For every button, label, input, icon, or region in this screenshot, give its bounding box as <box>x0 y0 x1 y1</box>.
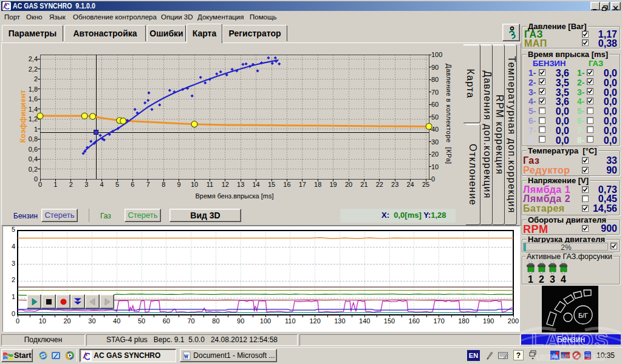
svg-text:110: 110 <box>285 317 296 325</box>
svg-text:15: 15 <box>268 181 275 188</box>
svg-text:100: 100 <box>431 51 442 58</box>
svg-text:30: 30 <box>431 138 439 146</box>
svg-text:60: 60 <box>163 317 170 325</box>
svg-text:150: 150 <box>384 317 395 325</box>
svg-text:0,2: 0,2 <box>29 166 38 173</box>
svg-text:190: 190 <box>483 317 494 325</box>
svg-text:0: 0 <box>12 310 15 317</box>
svg-text:20: 20 <box>345 181 352 188</box>
svg-text:10: 10 <box>191 181 198 188</box>
svg-text:4: 4 <box>12 243 15 250</box>
svg-text:80: 80 <box>431 76 439 83</box>
svg-text:20: 20 <box>63 317 70 325</box>
svg-text:2,2: 2,2 <box>29 66 38 73</box>
svg-text:10: 10 <box>39 317 46 325</box>
svg-text:80: 80 <box>212 317 219 325</box>
svg-text:1,4: 1,4 <box>29 106 38 113</box>
svg-text:170: 170 <box>433 317 444 325</box>
svg-text:130: 130 <box>334 317 345 325</box>
svg-text:70: 70 <box>431 89 439 96</box>
svg-text:7: 7 <box>146 181 150 188</box>
svg-text:2: 2 <box>34 75 38 83</box>
svg-text:Время бенз.впрыска [ms]: Время бенз.впрыска [ms] <box>196 192 274 200</box>
svg-text:11: 11 <box>207 181 213 188</box>
svg-text:120: 120 <box>309 317 320 325</box>
svg-text:19: 19 <box>329 181 337 188</box>
svg-text:1: 1 <box>12 293 15 300</box>
svg-text:25: 25 <box>422 181 429 188</box>
svg-text:0,6: 0,6 <box>29 146 38 153</box>
svg-text:2: 2 <box>69 181 73 188</box>
svg-text:10: 10 <box>431 163 439 170</box>
svg-text:0: 0 <box>34 175 38 183</box>
svg-text:1,2: 1,2 <box>29 115 38 123</box>
svg-text:60: 60 <box>431 101 439 108</box>
svg-text:9: 9 <box>177 181 181 188</box>
svg-text:30: 30 <box>88 317 95 325</box>
svg-text:100: 100 <box>260 317 271 325</box>
svg-text:1,6: 1,6 <box>29 95 38 103</box>
svg-text:21: 21 <box>360 181 367 188</box>
svg-text:90: 90 <box>431 64 439 71</box>
svg-text:1: 1 <box>34 126 38 133</box>
svg-text:50: 50 <box>138 317 145 325</box>
svg-text:2: 2 <box>12 276 15 283</box>
svg-text:1,8: 1,8 <box>29 86 38 93</box>
svg-text:0,4: 0,4 <box>29 155 38 163</box>
svg-text:12: 12 <box>222 181 229 188</box>
svg-text:160: 160 <box>409 317 420 325</box>
svg-text:0: 0 <box>16 317 19 325</box>
svg-text:6: 6 <box>131 181 134 188</box>
svg-text:3: 3 <box>12 260 15 267</box>
svg-text:5: 5 <box>115 181 119 188</box>
svg-text:23: 23 <box>391 181 398 188</box>
svg-text:14: 14 <box>252 181 259 188</box>
svg-text:1: 1 <box>53 181 57 188</box>
svg-text:Б/Г: Б/Г <box>578 312 588 319</box>
svg-text:8: 8 <box>162 181 165 188</box>
svg-text:22: 22 <box>376 181 383 188</box>
svg-text:140: 140 <box>359 317 370 325</box>
svg-text:4: 4 <box>100 181 104 188</box>
svg-text:20: 20 <box>431 150 439 158</box>
svg-text:0,8: 0,8 <box>29 135 38 143</box>
svg-text:17: 17 <box>299 181 306 188</box>
svg-text:16: 16 <box>283 181 290 188</box>
svg-text:0: 0 <box>38 181 42 188</box>
svg-text:5: 5 <box>12 226 15 233</box>
svg-text:24: 24 <box>406 181 414 188</box>
svg-text:200: 200 <box>508 317 519 325</box>
svg-text:90: 90 <box>237 317 244 325</box>
svg-text:180: 180 <box>458 317 469 325</box>
svg-text:13: 13 <box>237 181 244 188</box>
svg-text:40: 40 <box>431 126 439 133</box>
svg-text:0: 0 <box>431 175 435 183</box>
svg-text:3: 3 <box>84 181 88 188</box>
svg-text:40: 40 <box>113 317 120 325</box>
svg-text:50: 50 <box>431 113 439 121</box>
svg-text:70: 70 <box>187 317 194 325</box>
svg-text:18: 18 <box>314 181 321 188</box>
svg-text:2,4: 2,4 <box>29 55 38 62</box>
